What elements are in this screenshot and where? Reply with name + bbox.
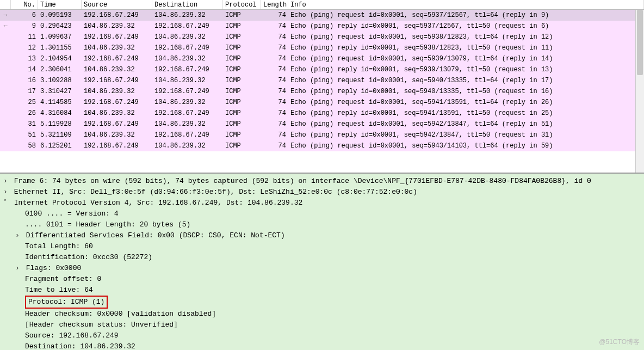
packet-time: 2.306041 (38, 64, 82, 75)
ip-ttl[interactable]: Time to live: 64 (3, 285, 641, 296)
col-dest-header[interactable]: Destination (152, 0, 223, 9)
packet-length: 74 (261, 97, 288, 108)
arrow-icon (0, 42, 11, 53)
packet-source: 192.168.67.249 (82, 32, 152, 42)
packet-protocol: ICMP (223, 53, 261, 64)
chevron-down-icon[interactable]: ˅ (3, 198, 10, 208)
chevron-right-icon[interactable]: › (3, 176, 10, 187)
packet-destination: 192.168.67.249 (152, 64, 223, 75)
arrow-icon (0, 140, 11, 151)
packet-source: 104.86.239.32 (82, 21, 152, 32)
ip-src[interactable]: Source: 192.168.67.249 (3, 330, 641, 341)
vertical-scrollbar[interactable] (635, 10, 644, 173)
packet-length: 74 (261, 64, 288, 75)
packet-row[interactable]: →60.095193192.168.67.249104.86.239.32ICM… (0, 10, 644, 21)
ip-proto[interactable]: Protocol: ICMP (1) (3, 296, 641, 309)
ip-dsf[interactable]: › Differentiated Services Field: 0x00 (D… (3, 230, 641, 241)
ip-id[interactable]: Identification: 0xcc30 (52272) (3, 252, 641, 263)
col-arrow-header[interactable] (0, 0, 11, 9)
packet-row[interactable]: 111.099637192.168.67.249104.86.239.32ICM… (0, 32, 644, 42)
ip-version[interactable]: 0100 .... = Version: 4 (3, 208, 641, 219)
packet-length: 74 (261, 32, 288, 42)
packet-no: 11 (11, 32, 38, 42)
chevron-right-icon[interactable]: › (3, 187, 10, 198)
packet-row[interactable]: 173.310427104.86.239.32192.168.67.249ICM… (0, 86, 644, 97)
detail-ethernet[interactable]: › Ethernet II, Src: Dell_f3:0e:5f (d0:94… (3, 187, 641, 198)
packet-source: 104.86.239.32 (82, 64, 152, 75)
packet-row[interactable]: 586.125201192.168.67.249104.86.239.32ICM… (0, 140, 644, 151)
packet-no: 6 (11, 10, 38, 21)
arrow-icon (0, 32, 11, 42)
packet-protocol: ICMP (223, 86, 261, 97)
ip-flags[interactable]: › Flags: 0x0000 (3, 263, 641, 274)
packet-length: 74 (261, 21, 288, 32)
packet-row[interactable]: 515.321109104.86.239.32192.168.67.249ICM… (0, 130, 644, 140)
packet-source: 192.168.67.249 (82, 75, 152, 86)
packet-info: Echo (ping) request id=0x0001, seq=5942/… (288, 119, 644, 130)
ip-dsf-text: Differentiated Services Field: 0x00 (DSC… (26, 231, 285, 240)
chevron-right-icon[interactable]: › (15, 230, 22, 241)
packet-no: 31 (11, 119, 38, 130)
arrow-icon (0, 130, 11, 140)
packet-row[interactable]: 163.109288192.168.67.249104.86.239.32ICM… (0, 75, 644, 86)
packet-list-header[interactable]: No. Time Source Destination Protocol Len… (0, 0, 644, 10)
ip-hlen[interactable]: .... 0101 = Header Length: 20 bytes (5) (3, 219, 641, 230)
packet-info: Echo (ping) request id=0x0001, seq=5943/… (288, 140, 644, 151)
packet-destination: 104.86.239.32 (152, 53, 223, 64)
packet-info: Echo (ping) request id=0x0001, seq=5938/… (288, 32, 644, 42)
ip-tlen[interactable]: Total Length: 60 (3, 241, 641, 252)
packet-no: 58 (11, 140, 38, 151)
ip-frag[interactable]: Fragment offset: 0 (3, 274, 641, 285)
col-source-header[interactable]: Source (82, 0, 152, 9)
packet-length: 74 (261, 53, 288, 64)
arrow-icon (0, 119, 11, 130)
packet-time: 5.321109 (38, 130, 82, 140)
col-time-header[interactable]: Time (38, 0, 82, 9)
ip-cksum-status[interactable]: [Header checksum status: Unverified] (3, 320, 641, 330)
col-length-header[interactable]: Length (261, 0, 288, 9)
packet-row[interactable]: 132.104954192.168.67.249104.86.239.32ICM… (0, 53, 644, 64)
packet-length: 74 (261, 108, 288, 119)
ip-dst[interactable]: Destination: 104.86.239.32 (3, 341, 641, 350)
packet-no: 17 (11, 86, 38, 97)
packet-no: 16 (11, 75, 38, 86)
packet-source: 192.168.67.249 (82, 119, 152, 130)
packet-source: 104.86.239.32 (82, 108, 152, 119)
arrow-icon (0, 97, 11, 108)
chevron-right-icon[interactable]: › (15, 263, 22, 274)
packet-info: Echo (ping) reply id=0x0001, seq=5939/13… (288, 64, 644, 75)
detail-ip[interactable]: ˅ Internet Protocol Version 4, Src: 192.… (3, 198, 641, 208)
arrow-icon: → (0, 10, 11, 21)
packet-row[interactable]: 142.306041104.86.239.32192.168.67.249ICM… (0, 64, 644, 75)
packet-details-pane[interactable]: › Frame 6: 74 bytes on wire (592 bits), … (0, 174, 644, 350)
packet-no: 14 (11, 64, 38, 75)
col-no-header[interactable]: No. (11, 0, 38, 9)
packet-list-pane[interactable]: No. Time Source Destination Protocol Len… (0, 0, 644, 174)
packet-source: 192.168.67.249 (82, 97, 152, 108)
packet-row[interactable]: ←90.296423104.86.239.32192.168.67.249ICM… (0, 21, 644, 32)
packet-row[interactable]: 121.301155104.86.239.32192.168.67.249ICM… (0, 42, 644, 53)
packet-row[interactable]: 254.114585192.168.67.249104.86.239.32ICM… (0, 97, 644, 108)
col-proto-header[interactable]: Protocol (223, 0, 261, 9)
packet-destination: 192.168.67.249 (152, 42, 223, 53)
packet-time: 1.099637 (38, 32, 82, 42)
packet-protocol: ICMP (223, 97, 261, 108)
packet-no: 51 (11, 130, 38, 140)
scrollbar-thumb[interactable] (637, 10, 643, 75)
arrow-icon (0, 64, 11, 75)
packet-destination: 104.86.239.32 (152, 10, 223, 21)
packet-protocol: ICMP (223, 42, 261, 53)
packet-row[interactable]: 315.119928192.168.67.249104.86.239.32ICM… (0, 119, 644, 130)
packet-protocol: ICMP (223, 32, 261, 42)
packet-length: 74 (261, 140, 288, 151)
ip-cksum[interactable]: Header checksum: 0x0000 [validation disa… (3, 309, 641, 320)
packet-length: 74 (261, 86, 288, 97)
packet-time: 1.301155 (38, 42, 82, 53)
col-info-header[interactable]: Info (288, 0, 644, 9)
packet-info: Echo (ping) request id=0x0001, seq=5940/… (288, 75, 644, 86)
packet-info: Echo (ping) request id=0x0001, seq=5939/… (288, 53, 644, 64)
detail-frame[interactable]: › Frame 6: 74 bytes on wire (592 bits), … (3, 176, 641, 187)
packet-destination: 192.168.67.249 (152, 21, 223, 32)
packet-destination: 104.86.239.32 (152, 97, 223, 108)
packet-row[interactable]: 264.316084104.86.239.32192.168.67.249ICM… (0, 108, 644, 119)
